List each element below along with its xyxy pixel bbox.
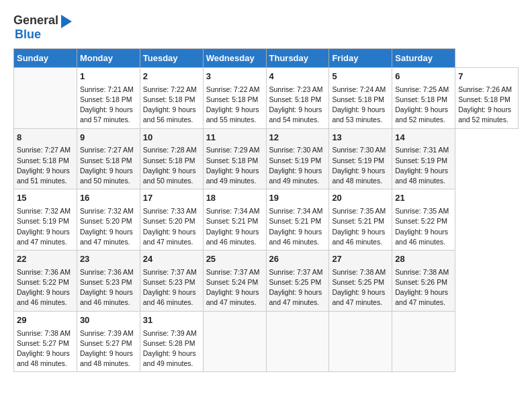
sunset: Sunset: 5:28 PM [143,339,195,347]
daylight: Daylight: 9 hours and 46 minutes. [17,288,70,306]
sunset: Sunset: 5:18 PM [17,156,69,165]
calendar-table: SundayMondayTuesdayWednesdayThursdayFrid… [13,48,519,373]
sunrise: Sunrise: 7:28 AM [143,146,197,154]
calendar-cell: 28Sunrise: 7:38 AMSunset: 5:26 PMDayligh… [392,250,455,311]
day-number: 29 [17,314,74,327]
calendar-cell: 19Sunrise: 7:34 AMSunset: 5:21 PMDayligh… [266,189,329,250]
sunset: Sunset: 5:21 PM [269,217,322,225]
sunrise: Sunrise: 7:36 AM [80,268,134,276]
calendar-cell: 4Sunrise: 7:23 AMSunset: 5:18 PMDaylight… [266,67,329,128]
calendar-cell: 15Sunrise: 7:32 AMSunset: 5:19 PMDayligh… [14,189,77,250]
day-number: 5 [332,71,389,83]
logo-arrow-icon [61,15,72,28]
calendar-cell: 22Sunrise: 7:36 AMSunset: 5:22 PMDayligh… [14,250,77,311]
daylight: Daylight: 9 hours and 46 minutes. [206,228,259,246]
calendar-cell: 9Sunrise: 7:27 AMSunset: 5:18 PMDaylight… [77,128,140,189]
daylight: Daylight: 9 hours and 52 minutes. [458,105,511,124]
day-number: 11 [206,132,263,144]
calendar-cell: 6Sunrise: 7:25 AMSunset: 5:18 PMDaylight… [392,67,455,128]
daylight: Daylight: 9 hours and 48 minutes. [80,349,133,367]
day-number: 20 [332,192,389,205]
sunrise: Sunrise: 7:37 AM [143,268,197,276]
sunset: Sunset: 5:18 PM [206,156,259,165]
sunset: Sunset: 5:18 PM [269,95,322,103]
day-number: 2 [143,71,200,83]
daylight: Daylight: 9 hours and 49 minutes. [143,349,196,367]
daylight: Daylight: 9 hours and 47 minutes. [17,228,70,246]
sunset: Sunset: 5:24 PM [206,278,259,286]
sunset: Sunset: 5:27 PM [80,339,132,347]
day-number: 18 [206,192,263,205]
calendar-cell: 26Sunrise: 7:37 AMSunset: 5:25 PMDayligh… [266,250,329,311]
calendar-cell [266,311,329,372]
sunrise: Sunrise: 7:32 AM [17,207,71,215]
calendar-cell: 30Sunrise: 7:39 AMSunset: 5:27 PMDayligh… [77,311,140,372]
daylight: Daylight: 9 hours and 48 minutes. [395,167,448,185]
day-number: 19 [269,192,326,205]
calendar-cell: 12Sunrise: 7:30 AMSunset: 5:19 PMDayligh… [266,128,329,189]
sunset: Sunset: 5:21 PM [206,217,259,225]
calendar-cell: 25Sunrise: 7:37 AMSunset: 5:24 PMDayligh… [203,250,266,311]
daylight: Daylight: 9 hours and 47 minutes. [395,288,448,306]
sunrise: Sunrise: 7:31 AM [395,146,449,154]
daylight: Daylight: 9 hours and 48 minutes. [17,349,70,367]
calendar-cell: 1Sunrise: 7:21 AMSunset: 5:18 PMDaylight… [77,67,140,128]
sunrise: Sunrise: 7:38 AM [395,268,449,276]
day-number: 21 [395,192,452,205]
daylight: Daylight: 9 hours and 47 minutes. [80,228,133,246]
day-number: 28 [395,253,452,266]
calendar-cell: 17Sunrise: 7:33 AMSunset: 5:20 PMDayligh… [140,189,203,250]
calendar-cell: 18Sunrise: 7:34 AMSunset: 5:21 PMDayligh… [203,189,266,250]
day-number: 8 [17,132,74,144]
calendar-cell [392,311,455,372]
calendar-cell: 7Sunrise: 7:26 AMSunset: 5:18 PMDaylight… [455,67,519,128]
sunrise: Sunrise: 7:22 AM [206,85,260,93]
calendar-cell [203,311,266,372]
sunrise: Sunrise: 7:37 AM [206,268,260,276]
logo: General Blue [13,13,72,42]
sunrise: Sunrise: 7:35 AM [332,207,386,215]
calendar-cell: 31Sunrise: 7:39 AMSunset: 5:28 PMDayligh… [140,311,203,372]
weekday-header-sunday: Sunday [14,48,77,67]
weekday-header-thursday: Thursday [266,48,329,67]
sunset: Sunset: 5:23 PM [80,278,132,286]
sunset: Sunset: 5:18 PM [80,156,132,165]
calendar-cell: 8Sunrise: 7:27 AMSunset: 5:18 PMDaylight… [14,128,77,189]
sunset: Sunset: 5:18 PM [395,95,447,103]
daylight: Daylight: 9 hours and 50 minutes. [80,167,133,185]
sunset: Sunset: 5:23 PM [143,278,195,286]
calendar-cell: 14Sunrise: 7:31 AMSunset: 5:19 PMDayligh… [392,128,455,189]
daylight: Daylight: 9 hours and 46 minutes. [269,228,322,246]
daylight: Daylight: 9 hours and 47 minutes. [206,288,259,306]
sunrise: Sunrise: 7:38 AM [332,268,386,276]
weekday-header-friday: Friday [329,48,392,67]
sunrise: Sunrise: 7:35 AM [395,207,449,215]
sunset: Sunset: 5:19 PM [395,156,447,165]
sunset: Sunset: 5:19 PM [269,156,322,165]
calendar-cell [329,311,392,372]
sunrise: Sunrise: 7:30 AM [269,146,323,154]
sunset: Sunset: 5:19 PM [332,156,384,165]
sunset: Sunset: 5:20 PM [143,217,195,225]
daylight: Daylight: 9 hours and 47 minutes. [332,288,385,306]
day-number: 10 [143,132,200,144]
daylight: Daylight: 9 hours and 50 minutes. [143,167,196,185]
weekday-header-wednesday: Wednesday [203,48,266,67]
day-number: 16 [80,192,137,205]
daylight: Daylight: 9 hours and 57 minutes. [80,105,133,124]
calendar-cell: 11Sunrise: 7:29 AMSunset: 5:18 PMDayligh… [203,128,266,189]
sunset: Sunset: 5:18 PM [143,95,195,103]
sunset: Sunset: 5:18 PM [206,95,259,103]
calendar-cell [14,67,77,128]
sunrise: Sunrise: 7:21 AM [80,85,134,93]
day-number: 22 [17,253,74,266]
day-number: 14 [395,132,452,144]
daylight: Daylight: 9 hours and 56 minutes. [143,105,196,124]
sunrise: Sunrise: 7:34 AM [206,207,260,215]
sunset: Sunset: 5:25 PM [332,278,384,286]
sunset: Sunset: 5:20 PM [80,217,132,225]
sunrise: Sunrise: 7:23 AM [269,85,323,93]
day-number: 13 [332,132,389,144]
day-number: 27 [332,253,389,266]
calendar-cell: 16Sunrise: 7:32 AMSunset: 5:20 PMDayligh… [77,189,140,250]
